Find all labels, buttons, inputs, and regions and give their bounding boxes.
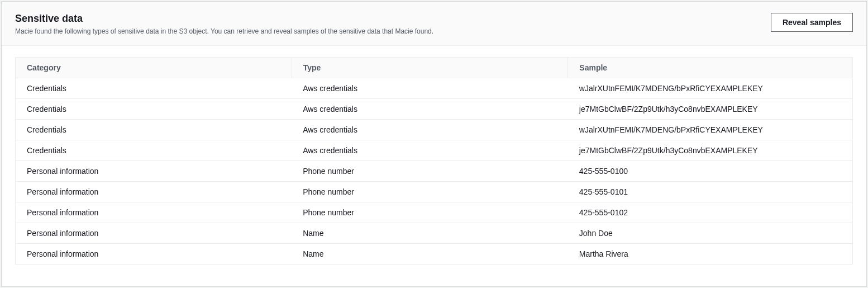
cell-category: Credentials	[16, 119, 292, 140]
table-body: CredentialsAws credentialswJalrXUtnFEMI/…	[16, 78, 853, 264]
cell-category: Credentials	[16, 78, 292, 98]
cell-category: Credentials	[16, 98, 292, 119]
cell-category: Personal information	[16, 243, 292, 264]
table-row: Personal informationNameMartha Rivera	[16, 243, 853, 264]
cell-category: Personal information	[16, 223, 292, 243]
cell-sample: Martha Rivera	[568, 243, 853, 264]
cell-type: Aws credentials	[292, 140, 568, 160]
cell-type: Phone number	[292, 160, 568, 181]
column-header-type: Type	[292, 57, 568, 78]
cell-sample: 425-555-0102	[568, 202, 853, 223]
table-row: Personal informationPhone number425-555-…	[16, 202, 853, 223]
cell-sample: 425-555-0100	[568, 160, 853, 181]
cell-sample: 425-555-0101	[568, 181, 853, 202]
panel-title: Sensitive data	[15, 13, 771, 25]
cell-type: Phone number	[292, 202, 568, 223]
cell-type: Name	[292, 223, 568, 243]
cell-sample: wJalrXUtnFEMI/K7MDENG/bPxRfiCYEXAMPLEKEY	[568, 78, 853, 98]
table-row: CredentialsAws credentialswJalrXUtnFEMI/…	[16, 119, 853, 140]
cell-sample: je7MtGbClwBF/2Zp9Utk/h3yCo8nvbEXAMPLEKEY	[568, 98, 853, 119]
panel-description: Macie found the following types of sensi…	[15, 27, 771, 36]
cell-type: Phone number	[292, 181, 568, 202]
cell-type: Aws credentials	[292, 78, 568, 98]
sensitive-data-panel: Sensitive data Macie found the following…	[1, 1, 867, 287]
cell-category: Credentials	[16, 140, 292, 160]
table-row: Personal informationPhone number425-555-…	[16, 181, 853, 202]
table-row: CredentialsAws credentialsje7MtGbClwBF/2…	[16, 98, 853, 119]
cell-type: Name	[292, 243, 568, 264]
table-header-row: Category Type Sample	[16, 57, 853, 78]
cell-type: Aws credentials	[292, 98, 568, 119]
table-container: Category Type Sample CredentialsAws cred…	[2, 46, 866, 276]
cell-category: Personal information	[16, 160, 292, 181]
cell-type: Aws credentials	[292, 119, 568, 140]
table-row: Personal informationNameJohn Doe	[16, 223, 853, 243]
column-header-sample: Sample	[568, 57, 853, 78]
reveal-samples-button[interactable]: Reveal samples	[771, 13, 853, 32]
panel-header-text: Sensitive data Macie found the following…	[15, 13, 771, 36]
cell-category: Personal information	[16, 202, 292, 223]
table-row: Personal informationPhone number425-555-…	[16, 160, 853, 181]
cell-sample: je7MtGbClwBF/2Zp9Utk/h3yCo8nvbEXAMPLEKEY	[568, 140, 853, 160]
table-row: CredentialsAws credentialswJalrXUtnFEMI/…	[16, 78, 853, 98]
sensitive-data-table: Category Type Sample CredentialsAws cred…	[15, 57, 853, 265]
column-header-category: Category	[16, 57, 292, 78]
panel-header: Sensitive data Macie found the following…	[2, 2, 866, 46]
table-row: CredentialsAws credentialsje7MtGbClwBF/2…	[16, 140, 853, 160]
cell-sample: wJalrXUtnFEMI/K7MDENG/bPxRfiCYEXAMPLEKEY	[568, 119, 853, 140]
cell-sample: John Doe	[568, 223, 853, 243]
cell-category: Personal information	[16, 181, 292, 202]
